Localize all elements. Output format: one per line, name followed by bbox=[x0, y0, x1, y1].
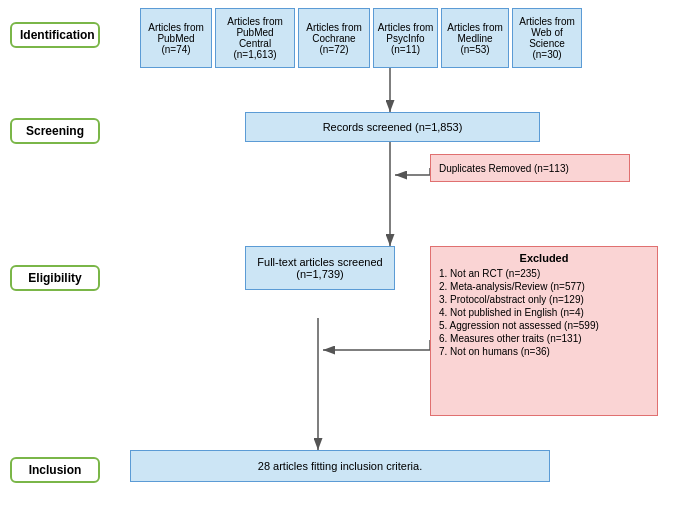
stage-eligibility: Eligibility bbox=[10, 265, 100, 291]
inclusion-result: 28 articles fitting inclusion criteria. bbox=[130, 450, 550, 482]
excluded-title: Excluded bbox=[439, 252, 649, 264]
excluded-item-5: 5. Aggression not assessed (n=599) bbox=[439, 320, 649, 331]
source-psycinfo: Articles from PsycInfo(n=11) bbox=[373, 8, 438, 68]
excluded-item-4: 4. Not published in English (n=4) bbox=[439, 307, 649, 318]
excluded-item-2: 2. Meta-analysis/Review (n=577) bbox=[439, 281, 649, 292]
flowchart: Identification Screening Eligibility Inc… bbox=[0, 0, 673, 519]
stage-inclusion: Inclusion bbox=[10, 457, 100, 483]
source-pubmed: Articles from PubMed(n=74) bbox=[140, 8, 212, 68]
full-text-screened: Full-text articles screened (n=1,739) bbox=[245, 246, 395, 290]
source-cochrane: Articles from Cochrane(n=72) bbox=[298, 8, 370, 68]
source-medline: Articles from Medline(n=53) bbox=[441, 8, 509, 68]
stage-screening: Screening bbox=[10, 118, 100, 144]
records-screened: Records screened (n=1,853) bbox=[245, 112, 540, 142]
duplicates-removed: Duplicates Removed (n=113) bbox=[430, 154, 630, 182]
source-pubmed-central: Articles from PubMed Central(n=1,613) bbox=[215, 8, 295, 68]
source-web-of-science: Articles from Web of Science (n=30) bbox=[512, 8, 582, 68]
excluded-item-7: 7. Not on humans (n=36) bbox=[439, 346, 649, 357]
stage-identification: Identification bbox=[10, 22, 100, 48]
excluded-item-3: 3. Protocol/abstract only (n=129) bbox=[439, 294, 649, 305]
excluded-item-1: 1. Not an RCT (n=235) bbox=[439, 268, 649, 279]
excluded-box: Excluded 1. Not an RCT (n=235) 2. Meta-a… bbox=[430, 246, 658, 416]
excluded-item-6: 6. Measures other traits (n=131) bbox=[439, 333, 649, 344]
